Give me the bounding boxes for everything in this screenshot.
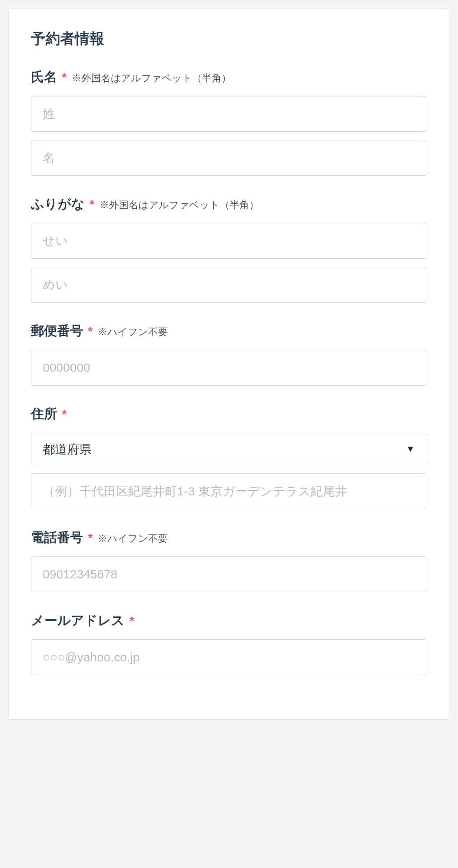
postal-field-group: 郵便番号 * ※ハイフン不要 — [31, 322, 427, 386]
phone-input[interactable] — [31, 556, 427, 592]
section-title: 予約者情報 — [31, 29, 427, 49]
address-label-row: 住所 * — [31, 405, 427, 423]
required-mark: * — [129, 614, 134, 628]
email-input[interactable] — [31, 639, 427, 675]
name-label-row: 氏名 * ※外国名はアルファベット（半角） — [31, 68, 427, 86]
required-mark: * — [88, 531, 93, 545]
name-hint: ※外国名はアルファベット（半角） — [72, 72, 231, 85]
email-label-row: メールアドレス * — [31, 612, 427, 630]
first-name-kana-input[interactable] — [31, 267, 427, 303]
required-mark: * — [90, 197, 94, 211]
furigana-label: ふりがな — [31, 195, 85, 213]
prefecture-select-wrapper: 都道府県 ▼ — [31, 433, 427, 465]
postal-label: 郵便番号 — [31, 322, 83, 340]
name-field-group: 氏名 * ※外国名はアルファベット（半角） — [31, 68, 427, 176]
email-field-group: メールアドレス * — [31, 612, 427, 675]
address-detail-input[interactable] — [31, 473, 427, 509]
phone-label: 電話番号 — [31, 529, 83, 547]
address-field-group: 住所 * 都道府県 ▼ — [31, 405, 427, 509]
required-mark: * — [88, 324, 93, 338]
prefecture-select[interactable]: 都道府県 — [31, 433, 427, 465]
required-mark: * — [62, 407, 67, 421]
postal-code-input[interactable] — [31, 350, 427, 386]
phone-label-row: 電話番号 * ※ハイフン不要 — [31, 529, 427, 547]
phone-hint: ※ハイフン不要 — [98, 532, 168, 545]
name-label: 氏名 — [31, 68, 57, 86]
furigana-field-group: ふりがな * ※外国名はアルファベット（半角） — [31, 195, 427, 303]
address-label: 住所 — [31, 405, 57, 423]
required-mark: * — [62, 70, 67, 84]
last-name-input[interactable] — [31, 96, 427, 132]
furigana-hint: ※外国名はアルファベット（半角） — [99, 198, 259, 212]
first-name-input[interactable] — [31, 140, 427, 176]
phone-field-group: 電話番号 * ※ハイフン不要 — [31, 529, 427, 592]
last-name-kana-input[interactable] — [31, 223, 427, 259]
reservation-form: 予約者情報 氏名 * ※外国名はアルファベット（半角） ふりがな * ※外国名は… — [8, 8, 450, 720]
postal-hint: ※ハイフン不要 — [98, 325, 168, 338]
furigana-label-row: ふりがな * ※外国名はアルファベット（半角） — [31, 195, 427, 213]
postal-label-row: 郵便番号 * ※ハイフン不要 — [31, 322, 427, 340]
email-label: メールアドレス — [31, 612, 125, 630]
